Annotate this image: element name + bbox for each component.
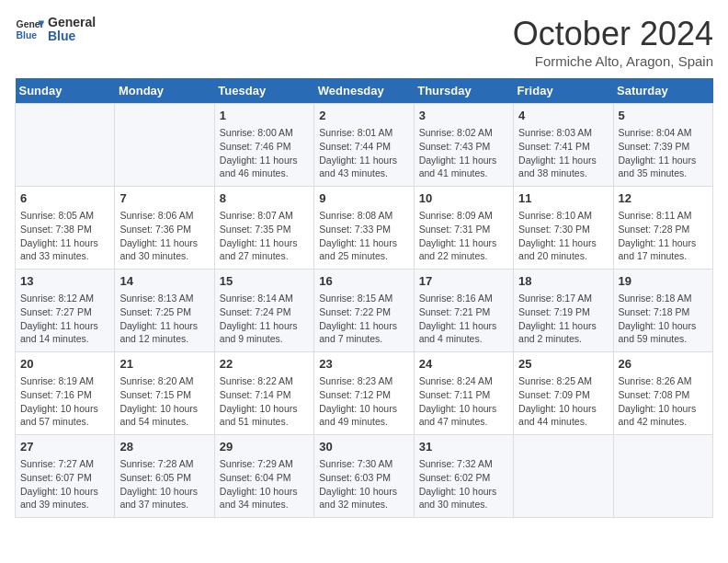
day-number: 31 (419, 439, 508, 455)
calendar-cell: 18Sunrise: 8:17 AM Sunset: 7:19 PM Dayli… (514, 270, 613, 352)
day-info: Sunrise: 7:28 AM Sunset: 6:05 PM Dayligh… (119, 457, 209, 511)
day-info: Sunrise: 8:19 AM Sunset: 7:16 PM Dayligh… (20, 374, 109, 429)
day-number: 2 (319, 108, 408, 124)
calendar-cell: 9Sunrise: 8:08 AM Sunset: 7:33 PM Daylig… (314, 187, 414, 270)
day-number: 4 (518, 108, 608, 124)
calendar-cell: 25Sunrise: 8:25 AM Sunset: 7:09 PM Dayli… (514, 352, 613, 435)
weekday-header: Tuesday (214, 78, 313, 104)
calendar-cell: 23Sunrise: 8:23 AM Sunset: 7:12 PM Dayli… (314, 352, 414, 435)
location: Formiche Alto, Aragon, Spain (513, 53, 713, 69)
day-info: Sunrise: 8:12 AM Sunset: 7:27 PM Dayligh… (20, 292, 109, 346)
day-number: 20 (20, 356, 109, 373)
day-number: 26 (619, 356, 708, 373)
weekday-header: Saturday (613, 78, 712, 104)
calendar-week-row: 13Sunrise: 8:12 AM Sunset: 7:27 PM Dayli… (16, 270, 713, 352)
day-info: Sunrise: 8:26 AM Sunset: 7:08 PM Dayligh… (619, 374, 708, 429)
day-number: 21 (119, 356, 209, 373)
calendar-cell: 29Sunrise: 7:29 AM Sunset: 6:04 PM Dayli… (214, 435, 313, 518)
day-info: Sunrise: 8:03 AM Sunset: 7:41 PM Dayligh… (518, 126, 608, 180)
logo: General Blue General Blue (15, 15, 96, 44)
day-number: 25 (518, 356, 608, 373)
calendar-cell: 15Sunrise: 8:14 AM Sunset: 7:24 PM Dayli… (214, 270, 313, 352)
calendar-cell (16, 104, 115, 187)
day-info: Sunrise: 8:25 AM Sunset: 7:09 PM Dayligh… (518, 374, 608, 429)
day-info: Sunrise: 8:15 AM Sunset: 7:22 PM Dayligh… (319, 292, 408, 346)
day-info: Sunrise: 8:09 AM Sunset: 7:31 PM Dayligh… (419, 209, 508, 263)
calendar-cell (613, 435, 712, 518)
day-number: 18 (518, 273, 608, 290)
day-number: 22 (220, 356, 309, 373)
calendar-cell: 21Sunrise: 8:20 AM Sunset: 7:15 PM Dayli… (115, 352, 214, 435)
day-info: Sunrise: 7:29 AM Sunset: 6:04 PM Dayligh… (220, 457, 309, 511)
day-info: Sunrise: 8:13 AM Sunset: 7:25 PM Dayligh… (119, 292, 209, 346)
calendar-cell: 28Sunrise: 7:28 AM Sunset: 6:05 PM Dayli… (115, 435, 214, 518)
day-number: 24 (419, 356, 508, 373)
weekday-header: Thursday (414, 78, 513, 104)
calendar-table: SundayMondayTuesdayWednesdayThursdayFrid… (15, 78, 713, 518)
calendar-cell: 19Sunrise: 8:18 AM Sunset: 7:18 PM Dayli… (613, 270, 712, 352)
day-number: 7 (119, 190, 209, 207)
weekday-header: Sunday (16, 78, 115, 104)
day-info: Sunrise: 8:10 AM Sunset: 7:30 PM Dayligh… (518, 209, 608, 263)
calendar-cell: 10Sunrise: 8:09 AM Sunset: 7:31 PM Dayli… (414, 187, 513, 270)
calendar-cell (115, 104, 214, 187)
calendar-cell: 7Sunrise: 8:06 AM Sunset: 7:36 PM Daylig… (115, 187, 214, 270)
calendar-week-row: 27Sunrise: 7:27 AM Sunset: 6:07 PM Dayli… (16, 435, 713, 518)
calendar-cell: 22Sunrise: 8:22 AM Sunset: 7:14 PM Dayli… (214, 352, 313, 435)
day-info: Sunrise: 8:06 AM Sunset: 7:36 PM Dayligh… (119, 209, 209, 263)
day-info: Sunrise: 8:22 AM Sunset: 7:14 PM Dayligh… (220, 374, 309, 429)
calendar-cell: 24Sunrise: 8:24 AM Sunset: 7:11 PM Dayli… (414, 352, 513, 435)
weekday-header: Wednesday (314, 78, 414, 104)
day-number: 3 (419, 108, 508, 124)
day-number: 8 (220, 190, 309, 207)
day-info: Sunrise: 8:18 AM Sunset: 7:18 PM Dayligh… (619, 292, 708, 346)
day-info: Sunrise: 8:20 AM Sunset: 7:15 PM Dayligh… (119, 374, 209, 429)
page-header: General Blue General Blue October 2024 F… (15, 15, 713, 69)
calendar-header: SundayMondayTuesdayWednesdayThursdayFrid… (16, 78, 713, 104)
calendar-cell: 4Sunrise: 8:03 AM Sunset: 7:41 PM Daylig… (514, 104, 613, 187)
day-number: 12 (619, 190, 708, 207)
day-info: Sunrise: 8:04 AM Sunset: 7:39 PM Dayligh… (619, 126, 708, 180)
day-number: 11 (518, 190, 608, 207)
day-info: Sunrise: 7:27 AM Sunset: 6:07 PM Dayligh… (20, 457, 109, 511)
day-number: 19 (619, 273, 708, 290)
day-number: 14 (119, 273, 209, 290)
day-info: Sunrise: 8:16 AM Sunset: 7:21 PM Dayligh… (419, 292, 508, 346)
calendar-cell: 20Sunrise: 8:19 AM Sunset: 7:16 PM Dayli… (16, 352, 115, 435)
calendar-cell: 5Sunrise: 8:04 AM Sunset: 7:39 PM Daylig… (613, 104, 712, 187)
weekday-header: Monday (115, 78, 214, 104)
calendar-week-row: 6Sunrise: 8:05 AM Sunset: 7:38 PM Daylig… (16, 187, 713, 270)
calendar-cell (514, 435, 613, 518)
logo-icon: General Blue (15, 15, 44, 44)
calendar-week-row: 1Sunrise: 8:00 AM Sunset: 7:46 PM Daylig… (16, 104, 713, 187)
calendar-cell: 3Sunrise: 8:02 AM Sunset: 7:43 PM Daylig… (414, 104, 513, 187)
calendar-cell: 11Sunrise: 8:10 AM Sunset: 7:30 PM Dayli… (514, 187, 613, 270)
calendar-cell: 14Sunrise: 8:13 AM Sunset: 7:25 PM Dayli… (115, 270, 214, 352)
day-info: Sunrise: 8:23 AM Sunset: 7:12 PM Dayligh… (319, 374, 408, 429)
day-number: 27 (20, 439, 109, 455)
day-number: 10 (419, 190, 508, 207)
title-block: October 2024 Formiche Alto, Aragon, Spai… (513, 15, 713, 69)
calendar-cell: 27Sunrise: 7:27 AM Sunset: 6:07 PM Dayli… (16, 435, 115, 518)
calendar-cell: 12Sunrise: 8:11 AM Sunset: 7:28 PM Dayli… (613, 187, 712, 270)
day-number: 6 (20, 190, 109, 207)
day-info: Sunrise: 8:07 AM Sunset: 7:35 PM Dayligh… (220, 209, 309, 263)
calendar-cell: 17Sunrise: 8:16 AM Sunset: 7:21 PM Dayli… (414, 270, 513, 352)
day-number: 30 (319, 439, 408, 455)
day-number: 9 (319, 190, 408, 207)
day-number: 16 (319, 273, 408, 290)
calendar-week-row: 20Sunrise: 8:19 AM Sunset: 7:16 PM Dayli… (16, 352, 713, 435)
day-number: 23 (319, 356, 408, 373)
day-info: Sunrise: 8:01 AM Sunset: 7:44 PM Dayligh… (319, 126, 408, 180)
calendar-cell: 1Sunrise: 8:00 AM Sunset: 7:46 PM Daylig… (214, 104, 313, 187)
weekday-header: Friday (514, 78, 613, 104)
day-info: Sunrise: 8:02 AM Sunset: 7:43 PM Dayligh… (419, 126, 508, 180)
day-info: Sunrise: 8:11 AM Sunset: 7:28 PM Dayligh… (619, 209, 708, 263)
calendar-cell: 6Sunrise: 8:05 AM Sunset: 7:38 PM Daylig… (16, 187, 115, 270)
day-number: 28 (119, 439, 209, 455)
calendar-cell: 13Sunrise: 8:12 AM Sunset: 7:27 PM Dayli… (16, 270, 115, 352)
day-info: Sunrise: 8:08 AM Sunset: 7:33 PM Dayligh… (319, 209, 408, 263)
day-info: Sunrise: 7:30 AM Sunset: 6:03 PM Dayligh… (319, 457, 408, 511)
day-number: 13 (20, 273, 109, 290)
day-info: Sunrise: 8:00 AM Sunset: 7:46 PM Dayligh… (220, 126, 309, 180)
